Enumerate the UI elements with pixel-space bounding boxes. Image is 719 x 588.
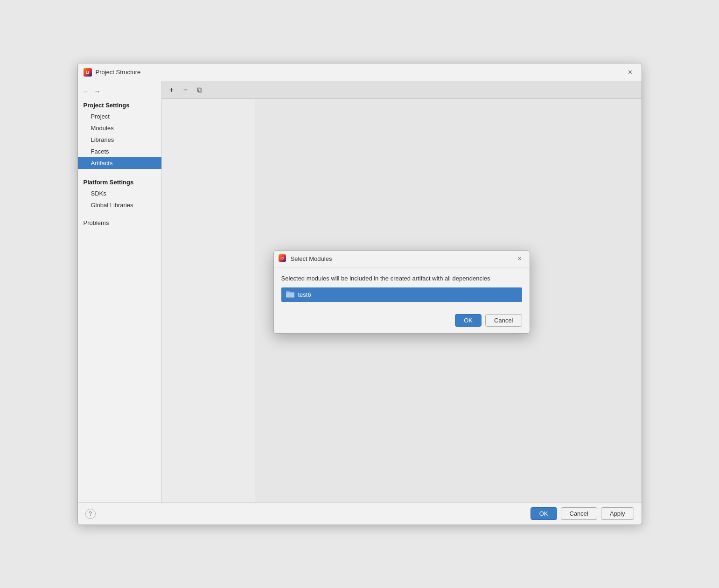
module-name: test6 <box>298 291 311 298</box>
modal-cancel-button[interactable]: Cancel <box>485 314 522 327</box>
modal-overlay: IJ Select Modules × Selected modules wil… <box>162 81 642 502</box>
sidebar-nav-row: ← → <box>78 85 161 98</box>
ok-button[interactable]: OK <box>531 507 557 520</box>
platform-settings-label: Platform Settings <box>78 175 161 188</box>
svg-rect-2 <box>286 293 294 297</box>
title-bar: IJ Project Structure × <box>78 63 642 81</box>
app-icon: IJ <box>84 68 92 77</box>
modal-description: Selected modules will be included in the… <box>281 275 522 282</box>
bottom-bar: ? OK Cancel Apply <box>78 502 642 525</box>
modal-close-button[interactable]: × <box>515 253 525 264</box>
apply-button[interactable]: Apply <box>601 507 634 520</box>
sidebar-divider <box>78 172 161 172</box>
sidebar-item-sdks[interactable]: SDKs <box>78 188 161 199</box>
window-close-button[interactable]: × <box>625 67 636 78</box>
project-settings-label: Project Settings <box>78 98 161 111</box>
modal-app-icon: IJ <box>279 254 287 263</box>
sidebar-item-project[interactable]: Project <box>78 111 161 122</box>
sidebar: ← → Project Settings Project Modules Lib… <box>78 81 162 502</box>
modal-body: Selected modules will be included in the… <box>274 267 530 309</box>
bottom-left: ? <box>85 509 527 519</box>
sidebar-item-facets[interactable]: Facets <box>78 146 161 157</box>
modal-title: Select Modules <box>291 255 511 262</box>
window-title: Project Structure <box>96 69 625 76</box>
content-panel: + − ⧉ Nothing to show IJ Se <box>162 81 642 502</box>
folder-icon-svg <box>286 290 294 298</box>
cancel-button[interactable]: Cancel <box>561 507 597 520</box>
sidebar-item-libraries[interactable]: Libraries <box>78 134 161 146</box>
nav-back-button[interactable]: ← <box>82 87 91 96</box>
sidebar-item-problems[interactable]: Problems <box>78 217 161 229</box>
sidebar-item-artifacts[interactable]: Artifacts <box>78 157 161 169</box>
sidebar-divider-2 <box>78 214 161 214</box>
main-content: ← → Project Settings Project Modules Lib… <box>78 81 642 502</box>
help-button[interactable]: ? <box>85 509 96 519</box>
sidebar-item-global-libraries[interactable]: Global Libraries <box>78 199 161 211</box>
modal-title-bar: IJ Select Modules × <box>274 251 530 267</box>
project-structure-window: IJ Project Structure × ← → Project Setti… <box>77 63 642 525</box>
modal-ok-button[interactable]: OK <box>455 314 482 327</box>
modal-footer: OK Cancel <box>274 309 530 333</box>
nav-forward-button[interactable]: → <box>93 87 102 96</box>
module-list-item[interactable]: test6 <box>281 287 522 302</box>
sidebar-item-modules[interactable]: Modules <box>78 122 161 134</box>
module-folder-icon <box>286 290 294 299</box>
select-modules-dialog: IJ Select Modules × Selected modules wil… <box>273 250 530 334</box>
